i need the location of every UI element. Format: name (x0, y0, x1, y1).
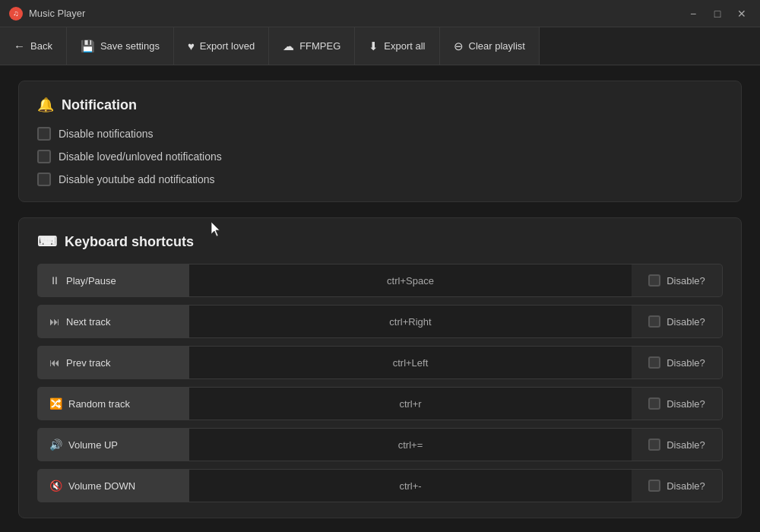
clear-playlist-label: Clear playlist (469, 40, 525, 52)
export-all-icon: ⬇ (369, 40, 378, 53)
save-settings-icon: 💾 (81, 40, 95, 53)
next-track-disable-label: Disable? (667, 316, 705, 328)
play-pause-key-display: ctrl+Space (189, 264, 632, 297)
disable-notifications-row: Disable notifications (37, 127, 723, 141)
prev-track-label: Prev track (66, 357, 111, 369)
disable-youtube-checkbox[interactable] (37, 173, 51, 186)
next-track-disable-checkbox[interactable] (648, 315, 660, 328)
shortcuts-title: ⌨ Keyboard shortcuts (37, 233, 723, 250)
random-track-icon: 🔀 (49, 397, 62, 410)
ffmpeg-button[interactable]: ☁FFMPEG (269, 27, 355, 65)
main-content: 🔔 Notification Disable notifications Dis… (0, 65, 760, 532)
random-track-disable-area: Disable? (632, 387, 723, 420)
notification-section: 🔔 Notification Disable notifications Dis… (18, 81, 742, 202)
shortcut-row-volume-down: 🔇 Volume DOWN ctrl+- Disable? (37, 469, 723, 502)
toolbar: ←Back💾Save settings♥Export loved☁FFMPEG⬇… (0, 27, 760, 65)
play-pause-action-button[interactable]: ⏸ Play/Pause (37, 264, 189, 297)
prev-track-key-display: ctrl+Left (189, 346, 632, 379)
export-loved-label: Export loved (200, 40, 255, 52)
export-loved-button[interactable]: ♥Export loved (174, 27, 269, 65)
close-button[interactable]: ✕ (733, 5, 751, 23)
export-all-button[interactable]: ⬇Export all (355, 27, 439, 65)
volume-down-icon: 🔇 (49, 480, 62, 492)
disable-youtube-row: Disable youtube add notifications (37, 173, 723, 186)
title-bar: ♫ Music Player − □ ✕ (0, 0, 760, 27)
shortcuts-section: ⌨ Keyboard shortcuts ⏸ Play/Pause ctrl+S… (18, 217, 742, 518)
next-track-key-display: ctrl+Right (189, 305, 632, 338)
volume-up-disable-checkbox[interactable] (648, 439, 660, 451)
volume-down-label: Volume DOWN (68, 480, 135, 492)
ffmpeg-icon: ☁ (283, 40, 294, 53)
ffmpeg-label: FFMPEG (299, 40, 340, 52)
volume-up-label: Volume UP (68, 439, 118, 451)
random-track-disable-checkbox[interactable] (648, 397, 660, 410)
volume-up-icon: 🔊 (49, 439, 62, 451)
random-track-disable-label: Disable? (667, 398, 705, 410)
prev-track-disable-label: Disable? (667, 357, 705, 369)
title-bar-left: ♫ Music Player (9, 7, 85, 21)
clear-playlist-button[interactable]: ⊖Clear playlist (440, 27, 540, 65)
volume-up-disable-label: Disable? (667, 439, 705, 451)
back-label: Back (30, 40, 52, 52)
keyboard-icon: ⌨ (37, 233, 57, 250)
shortcut-row-prev-track: ⏮ Prev track ctrl+Left Disable? (37, 346, 723, 379)
play-pause-disable-label: Disable? (667, 275, 705, 287)
export-all-label: Export all (384, 40, 425, 52)
play-pause-disable-area: Disable? (632, 264, 723, 297)
window-controls: − □ ✕ (684, 5, 751, 23)
disable-loved-label: Disable loved/unloved notifications (59, 150, 222, 163)
play-pause-label: Play/Pause (66, 275, 116, 287)
shortcut-row-play-pause: ⏸ Play/Pause ctrl+Space Disable? (37, 264, 723, 297)
volume-down-disable-area: Disable? (632, 469, 723, 502)
disable-notifications-checkbox[interactable] (37, 127, 51, 141)
prev-track-disable-checkbox[interactable] (648, 356, 660, 369)
disable-loved-checkbox[interactable] (37, 150, 51, 163)
volume-down-key-display: ctrl+- (189, 469, 632, 502)
app-icon: ♫ (9, 7, 23, 21)
minimize-button[interactable]: − (684, 5, 702, 23)
random-track-action-button[interactable]: 🔀 Random track (37, 387, 189, 420)
export-loved-icon: ♥ (188, 40, 195, 52)
prev-track-icon: ⏮ (49, 356, 60, 369)
save-settings-button[interactable]: 💾Save settings (67, 27, 174, 65)
play-pause-icon: ⏸ (49, 274, 60, 287)
volume-down-disable-label: Disable? (667, 480, 705, 492)
shortcuts-list: ⏸ Play/Pause ctrl+Space Disable? ⏭ Next … (37, 264, 723, 502)
play-pause-disable-checkbox[interactable] (648, 274, 660, 287)
next-track-action-button[interactable]: ⏭ Next track (37, 305, 189, 338)
next-track-label: Next track (66, 316, 111, 328)
volume-up-action-button[interactable]: 🔊 Volume UP (37, 428, 189, 461)
volume-up-disable-area: Disable? (632, 428, 723, 461)
notification-icon: 🔔 (37, 97, 54, 113)
prev-track-disable-area: Disable? (632, 346, 723, 379)
disable-notifications-label: Disable notifications (59, 128, 154, 140)
back-button[interactable]: ←Back (0, 27, 67, 65)
next-track-icon: ⏭ (49, 315, 60, 328)
disable-loved-row: Disable loved/unloved notifications (37, 150, 723, 163)
prev-track-action-button[interactable]: ⏮ Prev track (37, 346, 189, 379)
maximize-button[interactable]: □ (708, 5, 727, 23)
notification-title: 🔔 Notification (37, 97, 723, 113)
shortcut-row-volume-up: 🔊 Volume UP ctrl+= Disable? (37, 428, 723, 461)
volume-down-action-button[interactable]: 🔇 Volume DOWN (37, 469, 189, 502)
volume-down-disable-checkbox[interactable] (648, 480, 660, 492)
shortcut-row-next-track: ⏭ Next track ctrl+Right Disable? (37, 305, 723, 338)
next-track-disable-area: Disable? (632, 305, 723, 338)
random-track-label: Random track (68, 398, 130, 410)
disable-youtube-label: Disable youtube add notifications (59, 173, 214, 185)
volume-up-key-display: ctrl+= (189, 428, 632, 461)
app-title: Music Player (29, 8, 85, 19)
random-track-key-display: ctrl+r (189, 387, 632, 420)
back-icon: ← (14, 40, 25, 52)
shortcut-row-random-track: 🔀 Random track ctrl+r Disable? (37, 387, 723, 420)
clear-playlist-icon: ⊖ (454, 40, 464, 53)
save-settings-label: Save settings (100, 40, 160, 52)
